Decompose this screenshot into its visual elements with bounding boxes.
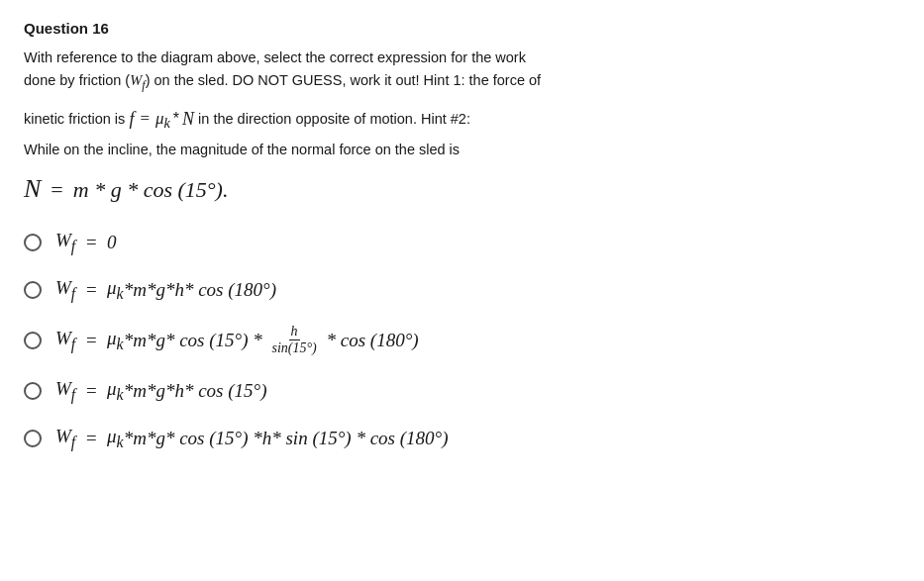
options-list: Wf = 0 Wf = μk * m * g * h * cos (180°) …	[24, 230, 900, 451]
option-2-radio[interactable]	[24, 281, 42, 299]
hint-block: kinetic friction is f = μk * N in the di…	[24, 101, 875, 213]
hint-eq-sign: =	[51, 169, 62, 211]
hint1-mu: μk	[155, 102, 170, 138]
hint1-times: *	[173, 103, 179, 135]
hint-rhs: m * g * cos (15°).	[73, 169, 229, 211]
option-2: Wf = μk * m * g * h * cos (180°)	[24, 277, 900, 303]
option-5: Wf = μk * m * g * cos (15°) * h * sin (1…	[24, 426, 900, 451]
hint1-N: N	[182, 101, 194, 137]
question-container: Question 16 With reference to the diagra…	[24, 20, 900, 451]
option-3-text: Wf = μk * m * g * cos (15°) * h sin(15°)…	[55, 324, 419, 356]
hint-line-1: kinetic friction is f = μk * N in the di…	[24, 101, 875, 137]
option-1-radio[interactable]	[24, 234, 42, 251]
option-4: Wf = μk * m * g * h * cos (15°)	[24, 378, 900, 404]
hint-line-2: While on the incline, the magnitude of t…	[24, 137, 875, 162]
hint-eq-large: N = m * g * cos (15°).	[24, 164, 875, 213]
question-title: Question 16	[24, 20, 900, 37]
fraction-h-sin15: h sin(15°)	[269, 324, 318, 356]
hint1-f: f	[129, 101, 134, 137]
option-5-radio[interactable]	[24, 430, 42, 447]
option-4-text: Wf = μk * m * g * h * cos (15°)	[55, 378, 266, 404]
body-text-2: done by friction (Wf) on the sled. DO NO…	[24, 72, 541, 88]
hint-N-var: N	[24, 164, 41, 213]
hint1-prefix: kinetic friction is	[24, 105, 129, 134]
option-2-text: Wf = μk * m * g * h * cos (180°)	[55, 277, 276, 303]
option-1: Wf = 0	[24, 230, 900, 255]
question-body: With reference to the diagram above, sel…	[24, 47, 875, 95]
wf-symbol: Wf	[130, 72, 145, 88]
option-1-text: Wf = 0	[55, 230, 117, 255]
hint1-suffix: in the direction opposite of motion. Hin…	[194, 105, 470, 134]
option-4-radio[interactable]	[24, 382, 42, 400]
option-5-text: Wf = μk * m * g * cos (15°) * h * sin (1…	[55, 426, 448, 451]
option-3: Wf = μk * m * g * cos (15°) * h sin(15°)…	[24, 324, 900, 356]
body-text-1: With reference to the diagram above, sel…	[24, 49, 526, 65]
option-3-radio[interactable]	[24, 332, 42, 349]
hint1-equals: =	[140, 102, 150, 136]
